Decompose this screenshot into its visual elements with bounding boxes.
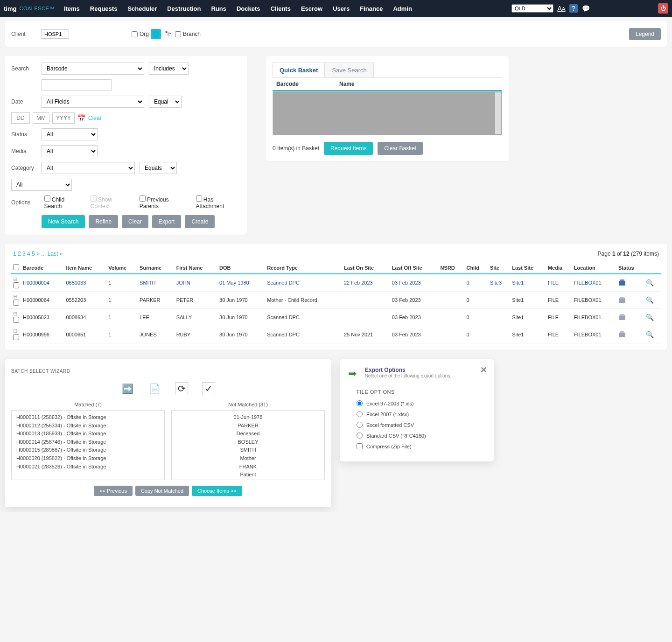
list-item[interactable]: H0000014 (258746) - Offsite in Storage xyxy=(16,438,160,447)
col-header[interactable]: Volume xyxy=(106,262,138,274)
wizard-copy-button[interactable]: Copy Not Matched xyxy=(135,486,189,496)
date-op-select[interactable]: Equal xyxy=(149,96,182,108)
col-header[interactable]: NSRD xyxy=(439,262,465,274)
calendar-icon[interactable]: 📅 xyxy=(77,114,85,122)
cell-barcode[interactable]: H00005023 xyxy=(21,309,64,326)
date-clear-link[interactable]: Clear xyxy=(88,115,102,121)
row-checkbox[interactable] xyxy=(13,282,19,288)
export-compress-checkbox[interactable] xyxy=(357,443,363,449)
client-input[interactable] xyxy=(41,29,69,39)
status-select[interactable]: All xyxy=(42,128,98,140)
col-header[interactable]: DOB xyxy=(217,262,265,274)
list-item[interactable]: H0000020 (195822) - Offsite in Storage xyxy=(16,454,160,463)
nav-dockets[interactable]: Dockets xyxy=(237,5,260,12)
date-mm[interactable] xyxy=(33,112,49,124)
has-attach-checkbox[interactable] xyxy=(196,195,202,202)
category-op-select[interactable]: Equals xyxy=(140,162,177,174)
legend-button[interactable]: Legend xyxy=(629,28,661,40)
new-search-button[interactable]: New Search xyxy=(42,215,85,228)
globe-icon[interactable]: 🌐 xyxy=(151,29,161,39)
col-header[interactable]: Site xyxy=(488,262,510,274)
search-op-select[interactable]: Includes xyxy=(149,63,189,75)
col-header[interactable]: Item Name xyxy=(64,262,107,274)
cell-barcode[interactable]: H00000064 xyxy=(21,292,64,309)
search-input[interactable] xyxy=(42,79,112,91)
export-stdcsv-radio[interactable] xyxy=(357,433,363,439)
list-item[interactable]: H0000011 (258632) - Offsite in Storage xyxy=(16,413,160,422)
category-select[interactable]: All xyxy=(42,162,135,174)
search-field-select[interactable]: Barcode xyxy=(42,63,144,75)
export-close-icon[interactable]: ✕ xyxy=(480,365,487,375)
list-item[interactable]: Patient xyxy=(176,471,320,479)
date-field-select[interactable]: All Fields xyxy=(42,96,144,108)
nav-requests[interactable]: Requests xyxy=(90,5,118,12)
list-item[interactable]: H0000012 (256334) - Offsite in Storage xyxy=(16,422,160,430)
wizard-export-icon[interactable]: ➡️ xyxy=(121,382,134,395)
list-item[interactable]: H0000015 (289887) - Offsite in Storage xyxy=(16,446,160,454)
nav-runs[interactable]: Runs xyxy=(211,5,226,12)
export-button[interactable]: Export xyxy=(152,215,182,228)
font-size-icon[interactable]: AA xyxy=(557,4,566,13)
date-dd[interactable] xyxy=(11,112,30,124)
col-header[interactable]: Record Type xyxy=(265,262,342,274)
row-checkbox[interactable] xyxy=(13,334,19,340)
export-xlsx-radio[interactable] xyxy=(357,411,363,417)
list-item[interactable]: 01-Jun-1978 xyxy=(176,413,320,422)
col-header[interactable]: Last Off Site xyxy=(390,262,439,274)
tab-save-search[interactable]: Save Search xyxy=(325,63,373,77)
list-item[interactable]: BOSLEY xyxy=(176,438,320,447)
col-header[interactable]: Child xyxy=(464,262,488,274)
nav-users[interactable]: Users xyxy=(333,5,350,12)
nav-destruction[interactable]: Destruction xyxy=(167,5,201,12)
row-checkbox[interactable] xyxy=(13,317,19,323)
row-checkbox[interactable] xyxy=(13,300,19,306)
nav-scheduler[interactable]: Scheduler xyxy=(127,5,157,12)
col-header[interactable]: Media xyxy=(546,262,572,274)
chat-icon[interactable]: 💬 xyxy=(581,4,590,13)
org-checkbox[interactable] xyxy=(132,31,138,37)
request-items-button[interactable]: Request Items xyxy=(324,142,373,155)
list-item[interactable]: PARKER xyxy=(176,422,320,430)
binoculars-icon[interactable]: 🔭 xyxy=(163,29,173,39)
list-item[interactable]: FRANK xyxy=(176,463,320,471)
nav-admin[interactable]: Admin xyxy=(393,5,412,12)
export-csv-radio[interactable] xyxy=(357,422,363,428)
wizard-choose-button[interactable]: Choose Items >> xyxy=(192,486,242,496)
nav-clients[interactable]: Clients xyxy=(271,5,291,12)
matched-list[interactable]: H0000011 (258632) - Offsite in StorageH0… xyxy=(11,410,165,480)
power-icon[interactable]: ⏻ xyxy=(658,3,668,14)
nav-items[interactable]: Items xyxy=(64,5,80,12)
cell-barcode[interactable]: H00000996 xyxy=(21,326,64,343)
tab-quick-basket[interactable]: Quick Basket xyxy=(273,63,325,77)
region-select[interactable]: QLD xyxy=(511,4,553,13)
not-matched-list[interactable]: 01-Jun-1978PARKERDeceasedBOSLEYSMITHMoth… xyxy=(171,410,325,480)
cell-barcode[interactable]: H00000004 xyxy=(21,274,64,292)
col-header[interactable]: First Name xyxy=(175,262,217,274)
clear-button[interactable]: Clear xyxy=(122,215,148,228)
export-xls-radio[interactable] xyxy=(357,400,363,406)
col-header[interactable]: Surname xyxy=(138,262,175,274)
list-item[interactable]: SMITH xyxy=(176,446,320,454)
date-yyyy[interactable] xyxy=(52,112,75,124)
wizard-grid-refresh-icon[interactable]: ⟳ xyxy=(175,382,188,395)
clear-basket-button[interactable]: Clear Basket xyxy=(378,142,423,155)
col-header[interactable]: Location xyxy=(572,262,616,274)
refine-button[interactable]: Refine xyxy=(89,215,118,228)
branch-checkbox[interactable] xyxy=(175,31,181,37)
wizard-prev-button[interactable]: << Previous xyxy=(94,486,133,496)
row-detail-icon[interactable]: 🔍 xyxy=(644,309,661,326)
nav-escrow[interactable]: Escrow xyxy=(301,5,322,12)
pager-links[interactable]: 1 2 3 4 5 > ... Last » xyxy=(13,251,63,257)
help-icon[interactable]: ? xyxy=(569,4,578,13)
list-item[interactable]: JORDON xyxy=(176,479,320,480)
media-select[interactable]: All xyxy=(42,145,98,157)
col-header[interactable]: Status xyxy=(616,262,644,274)
create-button[interactable]: Create xyxy=(185,215,215,228)
nav-finance[interactable]: Finance xyxy=(360,5,383,12)
list-item[interactable]: H0000013 (185933) - Offsite in Storage xyxy=(16,430,160,438)
category2-select[interactable]: All xyxy=(11,179,72,191)
row-detail-icon[interactable]: 🔍 xyxy=(644,274,661,292)
select-all-checkbox[interactable] xyxy=(13,264,19,270)
list-item[interactable]: H0000021 (283526) - Offsite in Storage xyxy=(16,463,160,471)
col-header[interactable]: Barcode xyxy=(21,262,64,274)
